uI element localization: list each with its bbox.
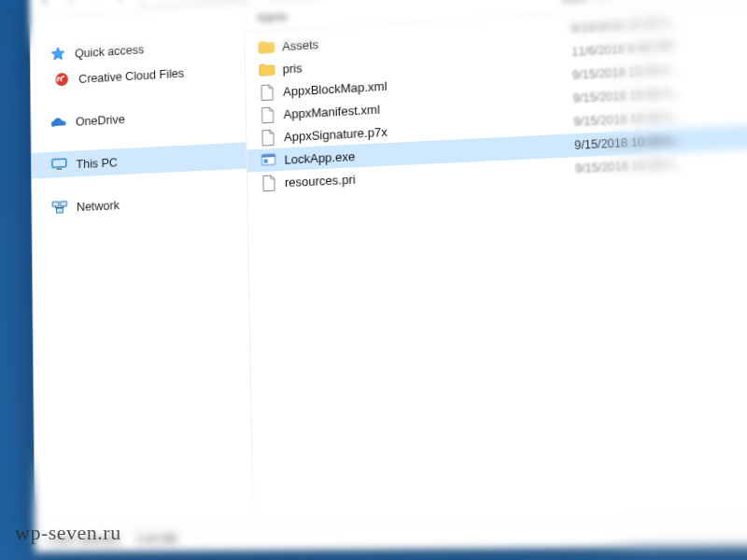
file-icon — [260, 129, 276, 147]
folder-icon — [258, 38, 275, 56]
svg-rect-8 — [57, 208, 63, 213]
sidebar-item-label: Network — [77, 198, 120, 214]
up-button[interactable] — [109, 0, 131, 7]
svg-rect-7 — [61, 202, 67, 206]
sidebar-item-label: Quick access — [75, 42, 144, 60]
status-size: 3.48 MB — [135, 532, 176, 546]
sidebar-item-label: Creative Cloud Files — [78, 65, 184, 85]
sidebar-item-label: This PC — [76, 155, 118, 171]
onedrive-icon — [50, 113, 66, 131]
svg-rect-6 — [52, 202, 59, 206]
svg-rect-4 — [53, 160, 65, 167]
file-list: Assets9/15/2018 10:34 A...pris11/6/2018 … — [245, 0, 747, 195]
file-date: 11/6/2018 8:48 PM — [571, 39, 673, 59]
svg-rect-11 — [264, 160, 268, 163]
drive-icon — [148, 0, 163, 2]
network-icon — [51, 199, 67, 217]
star-icon — [49, 45, 65, 63]
explorer-window: › Local Disk (C:) › Windows › SystemApps… — [29, 0, 747, 553]
navigation-pane: Quick accessCreative Cloud FilesOneDrive… — [30, 6, 253, 527]
thispc-icon — [51, 156, 67, 174]
file-icon — [261, 174, 277, 191]
svg-rect-5 — [57, 168, 63, 170]
exe-icon — [260, 151, 276, 169]
file-icon — [259, 83, 275, 101]
file-date: 9/15/2018 10:28 A... — [573, 110, 681, 129]
sidebar-item-label: OneDrive — [76, 112, 125, 129]
recent-locations-button[interactable] — [85, 0, 106, 9]
cc-icon — [54, 71, 70, 89]
file-date: 9/15/2018 10:28 A... — [574, 133, 683, 152]
file-date: 9/15/2018 10:28 A... — [575, 157, 684, 175]
folder-icon — [259, 61, 275, 78]
back-button[interactable] — [35, 0, 57, 13]
file-date: 9/15/2018 10:28 A... — [573, 86, 681, 105]
file-date: 9/15/2018 10:34 A... — [571, 16, 678, 35]
file-list-pane: Name Date modified Assets9/15/2018 10:34… — [245, 0, 747, 525]
file-icon — [260, 105, 276, 123]
file-date: 9/15/2018 10:28 A... — [572, 63, 680, 82]
status-selection: 1 item selected — [46, 532, 120, 546]
forward-button[interactable] — [60, 0, 81, 11]
